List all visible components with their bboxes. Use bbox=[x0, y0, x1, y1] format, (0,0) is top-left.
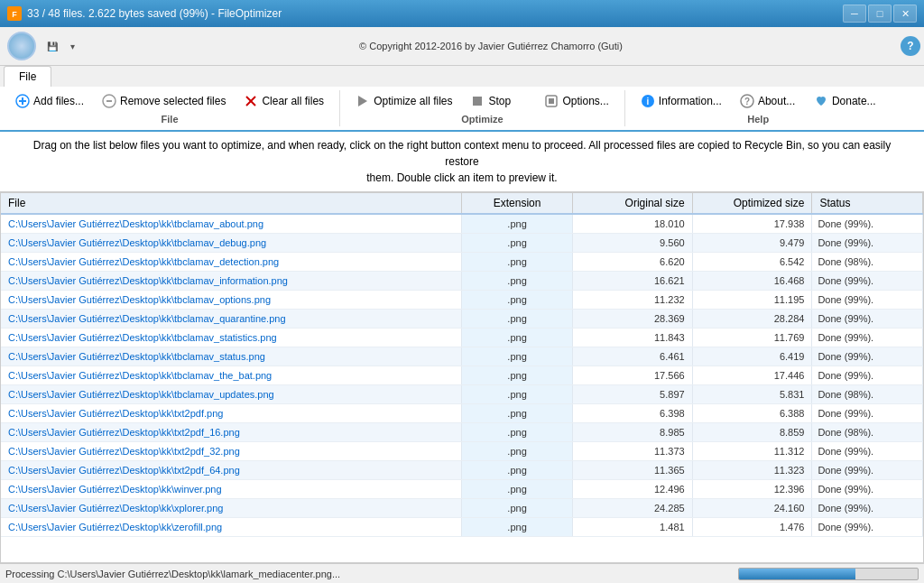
optimize-all-icon bbox=[356, 94, 370, 108]
th-optimized-size[interactable]: Optimized size bbox=[692, 193, 812, 214]
options-button[interactable]: Options... bbox=[536, 90, 616, 112]
file-link[interactable]: C:\Users\Javier Gutiérrez\Desktop\kk\win… bbox=[8, 484, 222, 495]
help-button[interactable]: ? bbox=[901, 36, 920, 56]
cell-file[interactable]: C:\Users\Javier Gutiérrez\Desktop\kk\tbc… bbox=[1, 347, 462, 366]
cell-extension: .png bbox=[462, 442, 573, 461]
table-row[interactable]: C:\Users\Javier Gutiérrez\Desktop\kk\win… bbox=[1, 480, 923, 499]
table-row[interactable]: C:\Users\Javier Gutiérrez\Desktop\kk\tbc… bbox=[1, 272, 923, 291]
ribbon-help-label: Help bbox=[633, 112, 884, 126]
cell-optimized-size: 11.195 bbox=[692, 291, 812, 310]
table-row[interactable]: C:\Users\Javier Gutiérrez\Desktop\kk\txt… bbox=[1, 442, 923, 461]
cell-file[interactable]: C:\Users\Javier Gutiérrez\Desktop\kk\zer… bbox=[1, 518, 462, 537]
cell-optimized-size: 11.769 bbox=[692, 329, 812, 347]
svg-text:F: F bbox=[12, 10, 17, 19]
minimize-button[interactable]: ─ bbox=[843, 5, 866, 23]
cell-file[interactable]: C:\Users\Javier Gutiérrez\Desktop\kk\tbc… bbox=[1, 310, 462, 329]
table-row[interactable]: C:\Users\Javier Gutiérrez\Desktop\kk\tbc… bbox=[1, 347, 923, 366]
cell-file[interactable]: C:\Users\Javier Gutiérrez\Desktop\kk\txt… bbox=[1, 461, 462, 480]
file-link[interactable]: C:\Users\Javier Gutiérrez\Desktop\kk\tbc… bbox=[8, 389, 274, 400]
remove-selected-button[interactable]: Remove selected files bbox=[94, 90, 234, 112]
stop-button[interactable]: Stop bbox=[462, 90, 534, 112]
cell-status: Done (99%). bbox=[812, 234, 923, 253]
cell-extension: .png bbox=[462, 253, 573, 272]
cell-extension: .png bbox=[462, 310, 573, 329]
cell-extension: .png bbox=[462, 423, 573, 442]
cell-file[interactable]: C:\Users\Javier Gutiérrez\Desktop\kk\tbc… bbox=[1, 234, 462, 253]
file-link[interactable]: C:\Users\Javier Gutiérrez\Desktop\kk\txt… bbox=[8, 446, 240, 457]
cell-extension: .png bbox=[462, 499, 573, 518]
table-row[interactable]: C:\Users\Javier Gutiérrez\Desktop\kk\tbc… bbox=[1, 366, 923, 385]
table-row[interactable]: C:\Users\Javier Gutiérrez\Desktop\kk\tbc… bbox=[1, 329, 923, 347]
information-icon: i bbox=[641, 94, 655, 108]
cell-file[interactable]: C:\Users\Javier Gutiérrez\Desktop\kk\tbc… bbox=[1, 253, 462, 272]
file-link[interactable]: C:\Users\Javier Gutiérrez\Desktop\kk\txt… bbox=[8, 427, 240, 438]
table-row[interactable]: C:\Users\Javier Gutiérrez\Desktop\kk\xpl… bbox=[1, 499, 923, 518]
ribbon-file-label: File bbox=[7, 112, 332, 126]
cell-original-size: 11.365 bbox=[572, 461, 692, 480]
th-status[interactable]: Status bbox=[812, 193, 923, 214]
table-row[interactable]: C:\Users\Javier Gutiérrez\Desktop\kk\tbc… bbox=[1, 310, 923, 329]
file-link[interactable]: C:\Users\Javier Gutiérrez\Desktop\kk\tbc… bbox=[8, 351, 265, 362]
quick-dropdown-button[interactable]: ▾ bbox=[63, 37, 81, 55]
cell-file[interactable]: C:\Users\Javier Gutiérrez\Desktop\kk\txt… bbox=[1, 442, 462, 461]
cell-extension: .png bbox=[462, 347, 573, 366]
close-button[interactable]: ✕ bbox=[893, 5, 917, 23]
svg-rect-10 bbox=[473, 97, 482, 106]
cell-file[interactable]: C:\Users\Javier Gutiérrez\Desktop\kk\win… bbox=[1, 480, 462, 499]
th-file[interactable]: File bbox=[1, 193, 462, 214]
cell-extension: .png bbox=[462, 404, 573, 423]
cell-file[interactable]: C:\Users\Javier Gutiérrez\Desktop\kk\tbc… bbox=[1, 366, 462, 385]
cell-file[interactable]: C:\Users\Javier Gutiérrez\Desktop\kk\tbc… bbox=[1, 291, 462, 310]
file-link[interactable]: C:\Users\Javier Gutiérrez\Desktop\kk\tbc… bbox=[8, 370, 272, 381]
th-original-size[interactable]: Original size bbox=[572, 193, 692, 214]
file-link[interactable]: C:\Users\Javier Gutiérrez\Desktop\kk\txt… bbox=[8, 465, 240, 476]
table-row[interactable]: C:\Users\Javier Gutiérrez\Desktop\kk\tbc… bbox=[1, 214, 923, 234]
table-row[interactable]: C:\Users\Javier Gutiérrez\Desktop\kk\txt… bbox=[1, 404, 923, 423]
cell-extension: .png bbox=[462, 329, 573, 347]
th-extension[interactable]: Extension bbox=[462, 193, 573, 214]
add-files-button[interactable]: Add files... bbox=[7, 90, 92, 112]
file-link[interactable]: C:\Users\Javier Gutiérrez\Desktop\kk\tbc… bbox=[8, 218, 263, 229]
file-link[interactable]: C:\Users\Javier Gutiérrez\Desktop\kk\tbc… bbox=[8, 294, 271, 305]
table-row[interactable]: C:\Users\Javier Gutiérrez\Desktop\kk\txt… bbox=[1, 461, 923, 480]
table-row[interactable]: C:\Users\Javier Gutiérrez\Desktop\kk\tbc… bbox=[1, 253, 923, 272]
cell-file[interactable]: C:\Users\Javier Gutiérrez\Desktop\kk\txt… bbox=[1, 404, 462, 423]
table-row[interactable]: C:\Users\Javier Gutiérrez\Desktop\kk\tbc… bbox=[1, 385, 923, 404]
maximize-button[interactable]: □ bbox=[868, 5, 892, 23]
about-button[interactable]: ? About... bbox=[732, 90, 804, 112]
tab-file[interactable]: File bbox=[4, 66, 51, 87]
file-link[interactable]: C:\Users\Javier Gutiérrez\Desktop\kk\tbc… bbox=[8, 332, 277, 343]
cell-optimized-size: 6.388 bbox=[692, 404, 812, 423]
optimize-all-button[interactable]: Optimize all files bbox=[347, 90, 460, 112]
cell-extension: .png bbox=[462, 291, 573, 310]
file-link[interactable]: C:\Users\Javier Gutiérrez\Desktop\kk\tbc… bbox=[8, 313, 286, 324]
table-row[interactable]: C:\Users\Javier Gutiérrez\Desktop\kk\txt… bbox=[1, 423, 923, 442]
file-link[interactable]: C:\Users\Javier Gutiérrez\Desktop\kk\tbc… bbox=[8, 275, 288, 286]
app-logo-area bbox=[4, 29, 40, 63]
cell-file[interactable]: C:\Users\Javier Gutiérrez\Desktop\kk\tbc… bbox=[1, 214, 462, 234]
cell-original-size: 12.496 bbox=[572, 480, 692, 499]
cell-file[interactable]: C:\Users\Javier Gutiérrez\Desktop\kk\txt… bbox=[1, 423, 462, 442]
table-row[interactable]: C:\Users\Javier Gutiérrez\Desktop\kk\zer… bbox=[1, 518, 923, 537]
cell-file[interactable]: C:\Users\Javier Gutiérrez\Desktop\kk\tbc… bbox=[1, 272, 462, 291]
cell-original-size: 8.985 bbox=[572, 423, 692, 442]
file-link[interactable]: C:\Users\Javier Gutiérrez\Desktop\kk\tbc… bbox=[8, 256, 279, 267]
cell-file[interactable]: C:\Users\Javier Gutiérrez\Desktop\kk\tbc… bbox=[1, 385, 462, 404]
file-table-container[interactable]: File Extension Original size Optimized s… bbox=[0, 192, 924, 563]
file-link[interactable]: C:\Users\Javier Gutiérrez\Desktop\kk\xpl… bbox=[8, 503, 223, 514]
table-row[interactable]: C:\Users\Javier Gutiérrez\Desktop\kk\tbc… bbox=[1, 291, 923, 310]
file-link[interactable]: C:\Users\Javier Gutiérrez\Desktop\kk\tbc… bbox=[8, 237, 266, 248]
file-link[interactable]: C:\Users\Javier Gutiérrez\Desktop\kk\txt… bbox=[8, 408, 223, 419]
clear-all-button[interactable]: Clear all files bbox=[236, 90, 332, 112]
cell-file[interactable]: C:\Users\Javier Gutiérrez\Desktop\kk\tbc… bbox=[1, 329, 462, 347]
cell-optimized-size: 8.859 bbox=[692, 423, 812, 442]
table-row[interactable]: C:\Users\Javier Gutiérrez\Desktop\kk\tbc… bbox=[1, 234, 923, 253]
donate-button[interactable]: Donate... bbox=[806, 90, 884, 112]
file-link[interactable]: C:\Users\Javier Gutiérrez\Desktop\kk\zer… bbox=[8, 522, 222, 532]
cell-file[interactable]: C:\Users\Javier Gutiérrez\Desktop\kk\xpl… bbox=[1, 499, 462, 518]
quick-save-button[interactable]: 💾 bbox=[43, 37, 61, 55]
information-button[interactable]: i Information... bbox=[633, 90, 730, 112]
cell-optimized-size: 11.323 bbox=[692, 461, 812, 480]
cell-optimized-size: 24.160 bbox=[692, 499, 812, 518]
cell-optimized-size: 6.419 bbox=[692, 347, 812, 366]
